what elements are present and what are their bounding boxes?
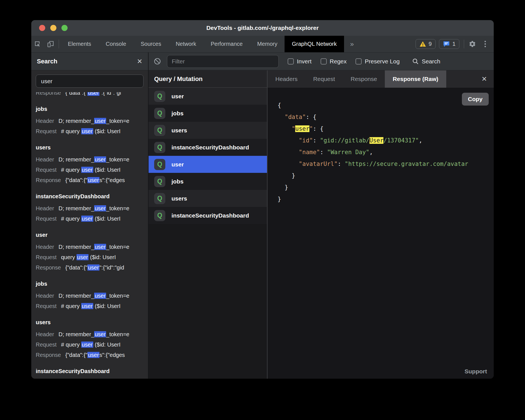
query-list-item-label: user	[171, 93, 184, 100]
tab-graphql-network[interactable]: GraphQL Network	[285, 36, 344, 52]
query-list-item[interactable]: Quser	[149, 156, 267, 173]
search-result-line[interactable]: Requestquery user ($id: UserI	[36, 252, 148, 262]
regex-checkbox[interactable]: Regex	[321, 58, 347, 65]
json-token: ,	[369, 149, 373, 156]
json-token	[278, 161, 299, 167]
search-result-operation-name[interactable]: users	[36, 317, 148, 328]
search-result-line[interactable]: HeaderD; remember_user_token=e	[36, 116, 148, 126]
device-toolbar-icon[interactable]	[44, 36, 57, 52]
filter-input[interactable]	[167, 55, 279, 68]
query-list-header: Query / Mutation	[149, 70, 267, 88]
tab-performance[interactable]: Performance	[204, 36, 250, 52]
search-result-operation-name[interactable]: instanceSecurityDashboard	[36, 366, 148, 376]
search-panel: Search ✕ Response{"data":{"user":{"id":"…	[31, 52, 149, 379]
search-result-operation-name[interactable]: user	[36, 230, 148, 240]
search-result-line[interactable]: HeaderD; remember_user_token=e	[36, 154, 148, 165]
search-result-operation-name[interactable]: jobs	[36, 104, 148, 114]
status-badges: 9 1	[416, 36, 459, 52]
tab-console[interactable]: Console	[98, 36, 133, 52]
checkbox-label: Invert	[297, 58, 312, 65]
copy-button[interactable]: Copy	[462, 93, 489, 106]
checkbox-box	[321, 58, 327, 65]
search-result-line[interactable]: HeaderD; remember_user_token=e	[36, 329, 148, 340]
search-match-highlight: user	[81, 303, 93, 309]
search-result-text: # query	[61, 216, 81, 222]
search-result-text: ":{"id":"gid	[99, 264, 124, 271]
query-list-item[interactable]: Qusers	[149, 122, 267, 139]
response-raw-view: Copy { "data": { "user": { "id": "gid://…	[268, 88, 494, 379]
search-result-line-label: Request	[36, 128, 57, 134]
query-list-item[interactable]: Qusers	[149, 190, 267, 207]
search-result-operation-name[interactable]: users	[36, 142, 148, 153]
json-token: }	[278, 172, 295, 179]
tab-sources[interactable]: Sources	[133, 36, 168, 52]
clear-log-icon[interactable]	[152, 58, 162, 65]
warnings-badge[interactable]: 9	[416, 39, 436, 49]
search-result-text: _token=e	[106, 118, 129, 124]
search-result-text: ($id: UserI	[93, 167, 121, 173]
search-result-line[interactable]: Response{"data":{"users":{"edges	[36, 350, 148, 360]
message-icon	[443, 41, 450, 47]
search-result-line[interactable]: Response{"data":{"users":{"edges	[36, 175, 148, 185]
json-line: "avatarUrl": "https://secure.gravatar.co…	[278, 158, 494, 170]
search-input[interactable]	[36, 75, 144, 88]
search-result-line[interactable]: Request# query user ($id: UserI	[36, 214, 148, 224]
tab-memory[interactable]: Memory	[250, 36, 285, 52]
json-line: "data": {	[278, 111, 494, 123]
kebab-menu-icon[interactable]	[479, 36, 491, 52]
search-match-highlight: user	[94, 331, 106, 337]
search-result-text: _token=e	[106, 293, 129, 299]
search-result-line[interactable]: HeaderD; remember_user_token=e	[36, 242, 148, 252]
query-list-item[interactable]: QinstanceSecurityDashboard	[149, 139, 267, 156]
detail-tab-request[interactable]: Request	[305, 70, 343, 88]
tab-network[interactable]: Network	[168, 36, 203, 52]
search-panel-header: Search ✕	[31, 52, 148, 70]
close-window-button[interactable]	[39, 25, 45, 31]
query-list-item[interactable]: Qjobs	[149, 105, 267, 122]
search-button-label: Search	[422, 58, 440, 65]
checkbox-box	[288, 58, 294, 65]
search-result-line[interactable]: HeaderD; remember_user_token=e	[36, 203, 148, 214]
search-result-line[interactable]: Request# query user ($id: UserI	[36, 165, 148, 175]
search-result-section: usersHeaderD; remember_user_token=eReque…	[36, 142, 148, 185]
search-result-line[interactable]: HeaderD; remember_user_token=e	[36, 378, 148, 379]
search-panel-title: Search	[37, 58, 57, 65]
inspect-element-icon[interactable]	[31, 36, 44, 52]
query-list-item-label: users	[171, 127, 187, 134]
query-list-item[interactable]: QinstanceSecurityDashboard	[149, 207, 267, 224]
search-result-text: ($id: UserI	[93, 128, 121, 134]
zoom-window-button[interactable]	[61, 25, 68, 31]
tab-elements[interactable]: Elements	[61, 36, 98, 52]
detail-tab-response-raw[interactable]: Response (Raw)	[385, 70, 446, 88]
search-result-line[interactable]: Request# query user ($id: UserI	[36, 340, 148, 350]
detail-tab-response[interactable]: Response	[343, 70, 385, 88]
search-result-line-label: Request	[36, 216, 57, 222]
detail-tab-headers[interactable]: Headers	[268, 70, 305, 88]
search-result-operation-name[interactable]: instanceSecurityDashboard	[36, 191, 148, 202]
minimize-window-button[interactable]	[50, 25, 56, 31]
detail-close-icon[interactable]: ✕	[475, 70, 494, 88]
query-list-item[interactable]: Qjobs	[149, 173, 267, 190]
query-type-icon: Q	[154, 125, 165, 136]
search-panel-close-icon[interactable]: ✕	[137, 58, 142, 65]
search-result-line[interactable]: HeaderD; remember_user_token=e	[36, 291, 148, 301]
search-result-section: userHeaderD; remember_user_token=eReques…	[36, 230, 148, 273]
search-result-operation-name[interactable]: jobs	[36, 278, 148, 289]
settings-gear-icon[interactable]	[466, 36, 479, 52]
search-result-text: D; remember_	[59, 331, 94, 337]
search-button[interactable]: Search	[412, 58, 440, 65]
support-link[interactable]: Support	[465, 368, 487, 375]
json-token: "	[309, 125, 313, 132]
more-tabs-button[interactable]: »	[344, 36, 360, 52]
invert-checkbox[interactable]: Invert	[288, 58, 312, 65]
query-type-icon: Q	[154, 210, 165, 221]
preserve-log-checkbox[interactable]: Preserve Log	[355, 58, 400, 65]
search-result-line[interactable]: Request# query user ($id: UserI	[36, 126, 148, 137]
search-result-line[interactable]: Response{"data":{"user":{"id":"gi	[36, 92, 148, 98]
search-result-line[interactable]: Request# query user ($id: UserI	[36, 301, 148, 311]
query-list-item[interactable]: Quser	[149, 88, 267, 105]
search-result-text: query	[61, 254, 77, 260]
search-result-line[interactable]: Response{"data":{"user":{"id":"gid	[36, 262, 148, 273]
issues-badge[interactable]: 1	[439, 39, 459, 49]
filter-toolbar: InvertRegexPreserve Log Search	[149, 52, 494, 70]
